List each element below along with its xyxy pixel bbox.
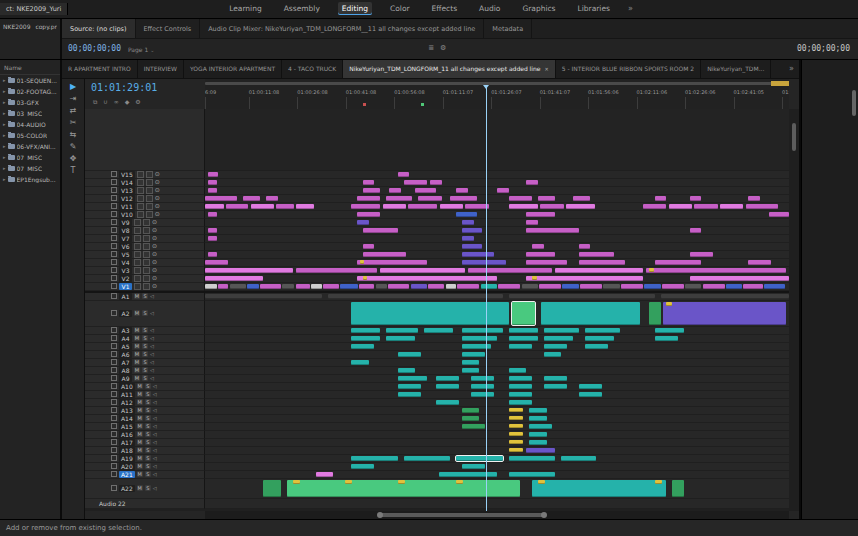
mute-button[interactable]: M <box>134 367 140 373</box>
timeline-clip[interactable] <box>462 464 485 469</box>
timeline-clip[interactable] <box>743 284 763 289</box>
timeline-clip[interactable] <box>471 376 494 381</box>
track-name[interactable]: A19 <box>119 455 135 462</box>
workspace-tab-libraries[interactable]: Libraries <box>574 2 614 15</box>
timeline-clip[interactable] <box>328 294 503 299</box>
sync-lock-toggle[interactable] <box>143 243 150 250</box>
lock-icon[interactable] <box>111 187 117 193</box>
track-output-eye-icon[interactable]: ⊙ <box>152 243 157 249</box>
vertical-scrollbar-thumb[interactable] <box>792 123 796 151</box>
timeline-clip[interactable] <box>748 196 760 201</box>
timeline-clip[interactable] <box>468 268 553 273</box>
timeline-clip[interactable] <box>457 284 479 289</box>
razor-tool[interactable]: ✂ <box>62 117 84 129</box>
sync-lock-toggle[interactable] <box>146 211 153 218</box>
timeline-clip[interactable] <box>529 424 552 429</box>
source-assign-toggle[interactable] <box>134 243 141 250</box>
timeline-clip[interactable] <box>205 268 293 273</box>
mute-button[interactable]: M <box>137 447 143 453</box>
lock-icon[interactable] <box>111 227 117 233</box>
bin-item[interactable]: ▸06-VFX/ANI... <box>0 141 60 152</box>
mute-button[interactable]: M <box>137 485 143 491</box>
timeline-clip[interactable] <box>669 204 692 209</box>
solo-button[interactable]: S <box>145 415 151 421</box>
timeline-clip[interactable] <box>439 472 497 477</box>
timeline-clip[interactable] <box>529 432 547 437</box>
solo-button[interactable]: S <box>145 455 151 461</box>
timeline-clip[interactable] <box>296 268 378 273</box>
workspace-tab-audio[interactable]: Audio <box>475 2 504 15</box>
solo-button[interactable]: S <box>142 293 148 299</box>
lock-icon[interactable] <box>111 351 117 357</box>
timeline-clip[interactable] <box>526 180 538 185</box>
source-assign-toggle[interactable] <box>134 275 141 282</box>
zoom-handle-right[interactable] <box>541 512 547 518</box>
timeline-clip[interactable] <box>573 196 591 201</box>
bin-item[interactable]: ▸07_MISC <box>0 152 60 163</box>
track-lane[interactable] <box>205 343 789 351</box>
timeline-clip[interactable] <box>296 284 311 289</box>
timeline-clip[interactable] <box>541 302 640 325</box>
track-output-eye-icon[interactable]: ⊙ <box>152 283 157 289</box>
timeline-clip[interactable] <box>555 268 643 273</box>
track-lane[interactable] <box>205 359 789 367</box>
mute-button[interactable]: M <box>137 471 143 477</box>
timeline-clip[interactable] <box>462 244 482 249</box>
track-name[interactable]: V5 <box>119 251 132 258</box>
timeline-clip[interactable] <box>662 284 684 289</box>
timeline-clip[interactable] <box>462 260 506 265</box>
lock-icon[interactable] <box>111 367 117 373</box>
track-name[interactable]: V13 <box>119 187 135 194</box>
timeline-clip[interactable] <box>351 456 398 461</box>
sync-lock-toggle[interactable] <box>143 283 150 290</box>
source-assign-toggle[interactable] <box>137 179 144 186</box>
timeline-clip[interactable] <box>408 204 437 209</box>
sync-lock-toggle[interactable] <box>146 179 153 186</box>
timeline-clip[interactable] <box>383 204 406 209</box>
timeline-clip[interactable] <box>509 456 556 461</box>
timeline-clip[interactable] <box>388 284 409 289</box>
source-assign-toggle[interactable] <box>137 195 144 202</box>
lock-icon[interactable] <box>111 407 117 413</box>
timeline-clip[interactable] <box>398 392 421 397</box>
sync-lock-toggle[interactable] <box>143 267 150 274</box>
track-lane[interactable] <box>205 251 789 259</box>
timeline-clip[interactable] <box>462 236 474 241</box>
timeline-clip[interactable] <box>351 302 509 325</box>
workspace-tab-effects[interactable]: Effects <box>428 2 462 15</box>
source-assign-toggle[interactable] <box>137 203 144 210</box>
lock-icon[interactable] <box>111 327 117 333</box>
sequence-tab[interactable]: YOGA INTERIOR APARTMENT <box>184 60 282 78</box>
bin-item[interactable]: ▸02-FOOTAG... <box>0 86 60 97</box>
timeline-clip[interactable] <box>726 284 742 289</box>
track-name[interactable]: V15 <box>119 171 135 178</box>
timeline-clip[interactable] <box>509 392 532 397</box>
timeline-clip[interactable] <box>404 180 427 185</box>
timeline-clip[interactable] <box>263 480 281 497</box>
hand-tool[interactable]: ✥ <box>62 153 84 165</box>
track-lane[interactable] <box>205 243 789 251</box>
track-lane[interactable] <box>205 399 789 407</box>
add-marker-icon[interactable]: ◆ <box>125 98 130 106</box>
lock-icon[interactable] <box>111 375 117 381</box>
timeline-clip[interactable] <box>655 328 684 333</box>
tab-overflow-icon[interactable]: » <box>784 60 799 78</box>
timeline-clip[interactable] <box>398 480 405 484</box>
timeline-clip[interactable] <box>462 360 480 365</box>
timeline-clip[interactable] <box>649 268 654 272</box>
sync-lock-toggle[interactable] <box>143 227 150 234</box>
timeline-clip[interactable] <box>655 336 678 341</box>
track-lane[interactable] <box>205 407 789 415</box>
timeline-clip[interactable] <box>544 376 567 381</box>
timeline-clip[interactable] <box>276 204 294 209</box>
solo-button[interactable]: S <box>145 399 151 405</box>
timeline-clip[interactable] <box>746 204 778 209</box>
sequence-tab[interactable]: NikeYuriyan_TDM... <box>701 60 771 78</box>
timeline-clip[interactable] <box>462 368 480 373</box>
track-lane[interactable] <box>205 179 789 187</box>
linked-selection-icon[interactable]: ∞ <box>114 98 119 106</box>
timeline-clip[interactable] <box>694 204 717 209</box>
track-name[interactable]: V2 <box>119 275 132 282</box>
snap-icon[interactable]: ∪ <box>103 98 107 106</box>
timeline-clip[interactable] <box>532 244 544 249</box>
